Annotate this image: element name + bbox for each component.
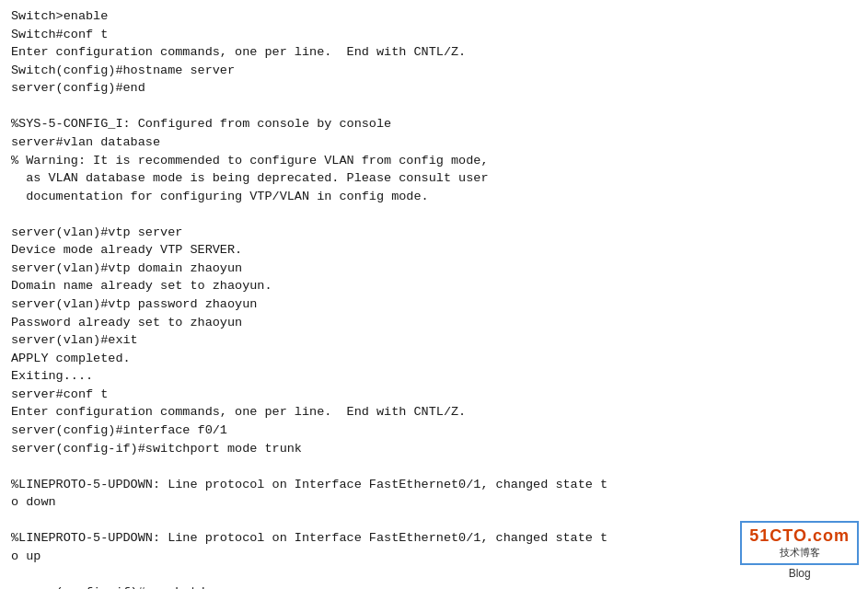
terminal-window: Switch>enable Switch#conf t Enter config… [0, 0, 868, 589]
watermark-blog: Blog [789, 567, 811, 580]
watermark-box: 51CTO.com 技术博客 [740, 521, 859, 565]
watermark: 51CTO.com 技术博客 Blog [740, 521, 859, 580]
terminal-content: Switch>enable Switch#conf t Enter config… [11, 7, 857, 589]
watermark-label: 技术博客 [749, 546, 850, 560]
watermark-site: 51CTO.com [749, 526, 850, 546]
